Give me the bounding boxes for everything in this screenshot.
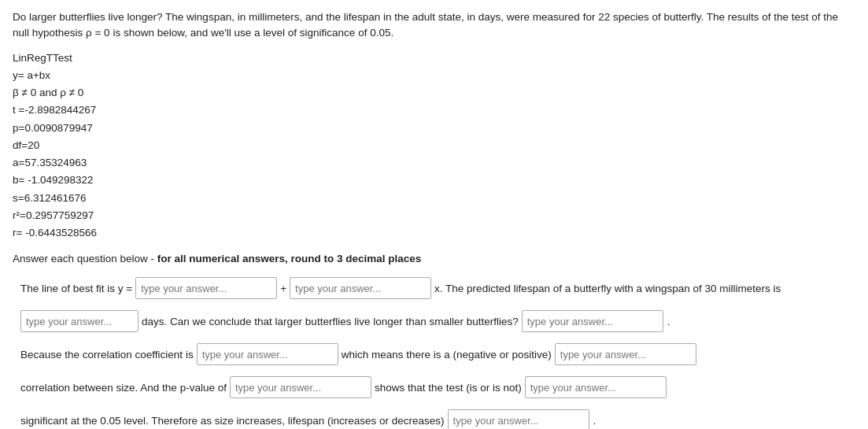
stat-title: LinRegTTest <box>13 50 855 67</box>
row-days: days. Can we conclude that larger butter… <box>20 310 855 332</box>
row-significant: significant at the 0.05 level. Therefore… <box>20 409 855 429</box>
row3-prefix: Because the correlation coefficient is <box>20 346 194 364</box>
row3-middle: which means there is a (negative or posi… <box>342 346 552 364</box>
stat-line6: a=57.35324963 <box>13 154 855 172</box>
stats-block: LinRegTTest y= a+bx β ≠ 0 and ρ ≠ 0 t =-… <box>13 50 855 242</box>
row2-dot: . <box>667 313 670 331</box>
input-conclude[interactable] <box>522 310 663 332</box>
stat-line2: β ≠ 0 and ρ ≠ 0 <box>13 84 855 102</box>
input-is-or-not[interactable] <box>525 376 667 398</box>
row1-plus: + <box>280 280 286 298</box>
row-pvalue: correlation between size. And the p-valu… <box>20 376 855 398</box>
stat-line5: df=20 <box>13 137 855 154</box>
stat-line10: r= -0.6443528566 <box>13 224 855 242</box>
input-pvalue[interactable] <box>230 376 371 398</box>
row4-middle: shows that the test (is or is not) <box>375 379 522 397</box>
instruction-text: Answer each question below - for all num… <box>13 253 855 264</box>
input-increases-decreases[interactable] <box>448 409 589 429</box>
stat-line8: s=6.312461676 <box>13 190 855 207</box>
input-neg-pos[interactable] <box>555 343 696 365</box>
qa-section: The line of best fit is y = + x. The pre… <box>13 277 855 429</box>
row2-middle: days. Can we conclude that larger butter… <box>142 313 519 331</box>
row5-prefix: significant at the 0.05 level. Therefore… <box>20 412 445 429</box>
row1-prefix: The line of best fit is y = <box>20 280 132 298</box>
stat-line3: t =-2.8982844267 <box>13 102 855 119</box>
input-slope-a[interactable] <box>135 277 277 299</box>
intro-text: Do larger butterflies live longer? The w… <box>13 9 855 42</box>
row1-suffix: x. The predicted lifespan of a butterfly… <box>434 280 781 298</box>
input-slope-b[interactable] <box>290 277 431 299</box>
row4-prefix: correlation between size. And the p-valu… <box>20 379 227 397</box>
stat-line4: p=0.0090879947 <box>13 120 855 137</box>
stat-line9: r²=0.2957759297 <box>13 207 855 224</box>
row-correlation-coeff: Because the correlation coefficient is w… <box>20 343 855 365</box>
stat-line1: y= a+bx <box>13 67 855 84</box>
input-corr-coeff[interactable] <box>197 343 338 365</box>
input-days[interactable] <box>20 310 139 332</box>
row5-dot: . <box>593 412 597 429</box>
stat-line7: b= -1.049298322 <box>13 172 855 189</box>
row-best-fit: The line of best fit is y = + x. The pre… <box>20 277 855 299</box>
